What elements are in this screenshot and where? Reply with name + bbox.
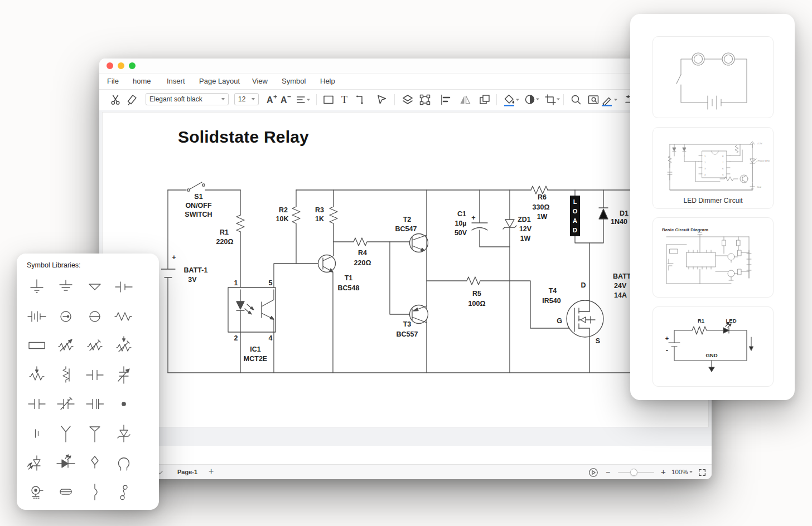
menu-help[interactable]: Help (320, 77, 335, 85)
varistor-symbol[interactable] (26, 364, 48, 386)
template-card-led-dimmer[interactable]: 1 2 3 4 8 7 6 5 +12V Power LED Gnd LED D… (652, 127, 774, 209)
svg-text:10µ[interactable]: 10µ (455, 220, 466, 227)
zoom-level[interactable]: 100% (671, 469, 688, 475)
photodiode-symbol[interactable] (26, 451, 48, 474)
add-page-button[interactable]: + (209, 466, 214, 476)
crop-icon[interactable] (544, 93, 560, 106)
led-symbol[interactable] (55, 451, 77, 474)
current-source-symbol[interactable] (55, 305, 77, 328)
diagram-title[interactable]: Solidstate Relay (178, 128, 309, 147)
search-icon[interactable] (569, 93, 583, 106)
svg-text:100Ω[interactable]: 100Ω (468, 300, 486, 308)
menu-insert[interactable]: Insert (167, 77, 185, 85)
text-align-icon[interactable] (296, 93, 311, 106)
template-card-series-lamp[interactable] (652, 36, 774, 118)
potentiometer-symbol[interactable] (84, 334, 106, 357)
flip-icon[interactable] (458, 93, 472, 106)
menu-page-layout[interactable]: Page Layout (199, 77, 240, 85)
label-r5[interactable]: R5 (472, 290, 481, 298)
svg-text:330Ω[interactable]: 330Ω (533, 203, 550, 211)
page-tab[interactable]: Page-1 (177, 469, 197, 475)
select-tool-icon[interactable] (375, 93, 388, 106)
layers-icon[interactable] (401, 93, 414, 106)
resistor-box-symbol[interactable] (26, 334, 48, 357)
svg-text:IR540[interactable]: IR540 (542, 297, 560, 305)
variable-capacitor-symbol[interactable] (113, 364, 135, 386)
svg-text:1W[interactable]: 1W (520, 235, 531, 242)
svg-text:12V[interactable]: 12V (519, 225, 532, 233)
drawing-canvas[interactable]: Solidstate Relay (99, 110, 712, 464)
svg-text:1W[interactable]: 1W (537, 213, 548, 221)
cell-symbol[interactable] (113, 276, 135, 298)
menu-home[interactable]: home (133, 77, 151, 85)
label-r4[interactable]: R4 (358, 249, 367, 257)
group-icon[interactable] (418, 93, 432, 106)
label-t4[interactable]: T4 (549, 287, 557, 295)
lamp-symbol[interactable] (113, 451, 135, 474)
svg-text:220Ω[interactable]: 220Ω (216, 238, 234, 246)
svg-text:50V[interactable]: 50V (455, 229, 467, 237)
microphone-symbol[interactable] (26, 481, 48, 503)
label-c1-plus[interactable]: + (471, 214, 475, 222)
font-size-select[interactable]: 12 (234, 93, 259, 105)
menu-view[interactable]: View (252, 77, 268, 85)
inductor-loop-symbol[interactable] (113, 481, 135, 503)
signal-ground-symbol[interactable] (84, 276, 106, 298)
trimmer-capacitor-symbol[interactable] (55, 393, 77, 415)
align-objects-icon[interactable] (439, 93, 452, 106)
svg-text:MCT2E[interactable]: MCT2E (244, 355, 267, 363)
arrange-icon[interactable] (478, 93, 491, 106)
minimize-window-button[interactable] (118, 62, 124, 69)
zoom-slider-handle[interactable] (630, 469, 637, 476)
find-replace-icon[interactable] (587, 93, 600, 106)
svg-text:BC548[interactable]: BC548 (338, 284, 360, 292)
voltage-source-symbol[interactable] (84, 305, 106, 328)
buzzer-symbol[interactable] (55, 481, 77, 503)
svg-text:14A[interactable]: 14A (614, 291, 627, 299)
chassis-ground-symbol[interactable] (55, 276, 77, 298)
format-painter-icon[interactable] (125, 93, 138, 106)
shape-tool-icon[interactable] (322, 93, 335, 106)
label-t2[interactable]: T2 (403, 216, 412, 223)
svg-text:3V[interactable]: 3V (188, 276, 197, 284)
presentation-play-icon[interactable] (588, 467, 598, 478)
spark-gap-symbol[interactable] (84, 481, 106, 503)
svg-text:1K[interactable]: 1K (315, 215, 324, 223)
svg-text:ON/OFF[interactable]: ON/OFF (185, 202, 212, 210)
label-t1[interactable]: T1 (345, 274, 353, 282)
chevron-down-icon[interactable] (689, 471, 693, 473)
battery-symbol[interactable] (26, 305, 48, 328)
label-c1[interactable]: C1 (457, 210, 466, 218)
earth-ground-symbol[interactable] (26, 276, 48, 298)
decrease-font-icon[interactable]: A (278, 93, 292, 106)
junction-symbol[interactable] (113, 393, 135, 415)
label-batt2[interactable]: BATT (613, 272, 631, 280)
label-r3[interactable]: R3 (315, 206, 324, 214)
fill-color-icon[interactable] (502, 93, 519, 107)
preset-resistor-symbol[interactable] (113, 334, 135, 357)
svg-text:10K[interactable]: 10K (276, 215, 289, 223)
label-r6[interactable]: R6 (538, 193, 547, 201)
label-s1[interactable]: S1 (194, 193, 202, 201)
label-r2[interactable]: R2 (279, 206, 288, 214)
close-window-button[interactable] (107, 62, 113, 69)
shape-style-icon[interactable] (524, 93, 540, 106)
resistor-symbol[interactable] (113, 305, 135, 328)
label-d1[interactable]: D1 (620, 210, 629, 217)
label-batt1[interactable]: BATT-1 (184, 266, 208, 274)
zener-diode-symbol[interactable] (113, 422, 135, 445)
increase-font-icon[interactable]: A (264, 93, 278, 106)
menu-symbol[interactable]: Symbol (282, 77, 306, 85)
text-tool-icon[interactable]: T (338, 93, 351, 106)
svg-text:SWITCH[interactable]: SWITCH (185, 211, 212, 218)
svg-text:BC547[interactable]: BC547 (395, 225, 417, 233)
circuit-diagram[interactable]: S1 ON/OFF SWITCH + BATT-1 3V R1 220Ω R2 … (161, 176, 632, 382)
varactor-symbol[interactable] (84, 451, 106, 474)
font-family-select[interactable]: Elegant soft black (146, 93, 229, 105)
variable-resistor-symbol[interactable] (55, 334, 77, 357)
svg-text:BC557[interactable]: BC557 (397, 330, 418, 338)
label-zd1[interactable]: ZD1 (518, 216, 531, 223)
antenna-symbol[interactable] (55, 422, 77, 445)
zoom-out-button[interactable]: − (606, 467, 610, 476)
zoom-in-button[interactable]: + (661, 467, 666, 476)
